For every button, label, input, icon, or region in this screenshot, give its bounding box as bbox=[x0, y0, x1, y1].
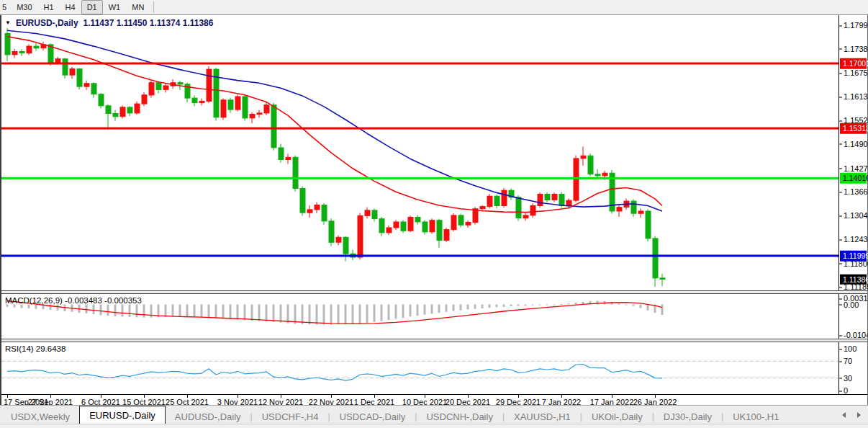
price-axis-tick: 1.14905 bbox=[844, 140, 868, 148]
rsi-panel[interactable]: RSI(14) 29.6438 10070300 bbox=[1, 342, 867, 394]
timeframe-buttons: 5M30H1H4D1W1MN bbox=[0, 0, 150, 14]
price-axis: 1.179951.173801.167501.161351.155201.149… bbox=[838, 15, 867, 290]
tab-separator: | bbox=[721, 411, 723, 422]
price-axis-tick: 1.13045 bbox=[844, 212, 868, 220]
status-bar bbox=[0, 424, 868, 428]
macd-axis: 0.0031650.00-0.01043 bbox=[838, 294, 867, 339]
chart-tab-bar: USDX,WeeklyEURUSD-,DailyAUDUSD-,Daily|US… bbox=[0, 405, 868, 424]
tab-separator: | bbox=[652, 411, 654, 422]
chart-tab-xauusd-h1[interactable]: XAUUSD-,H1 bbox=[505, 409, 580, 424]
price-level-badge: 1.11386 bbox=[840, 274, 867, 285]
chart-window: ▼ EURUSD-,Daily 1.11437 1.11450 1.11374 … bbox=[0, 15, 868, 405]
price-level-badge: 1.11999 bbox=[840, 251, 867, 262]
rsi-axis-tick: 70 bbox=[844, 357, 852, 365]
chart-tab-usdcad-daily[interactable]: USDCAD-,Daily bbox=[330, 409, 415, 424]
timeframe-button-d1[interactable]: D1 bbox=[81, 0, 103, 14]
timeframe-toolbar: 5M30H1H4D1W1MN bbox=[0, 0, 868, 15]
price-axis-tick: 1.14275 bbox=[844, 164, 868, 172]
macd-axis-tick: -0.01043 bbox=[844, 331, 868, 339]
rsi-axis-tick: 100 bbox=[844, 345, 856, 353]
price-axis-tick: 1.17995 bbox=[844, 22, 868, 30]
rsi-chart-canvas[interactable] bbox=[1, 342, 838, 394]
chart-tab-dj30-daily[interactable]: DJ30-,Daily bbox=[654, 409, 721, 424]
timeframe-button-h4[interactable]: H4 bbox=[60, 0, 81, 14]
tab-scroll-left-icon[interactable] bbox=[842, 412, 846, 418]
chart-tab-usdchf-h4[interactable]: USDCHF-,H4 bbox=[253, 409, 328, 424]
tab-scroll-arrows bbox=[842, 412, 861, 418]
candlestick-chart-canvas[interactable] bbox=[1, 15, 838, 290]
price-axis-tick: 1.13660 bbox=[844, 188, 868, 196]
chart-tab-usdcnh-daily[interactable]: USDCNH-,Daily bbox=[417, 409, 502, 424]
tab-separator: | bbox=[502, 411, 505, 422]
tab-separator: | bbox=[327, 411, 330, 422]
mt4-window: 5M30H1H4D1W1MN ▼ EURUSD-,Daily 1.11437 1… bbox=[0, 0, 868, 428]
chart-tabs: USDX,WeeklyEURUSD-,DailyAUDUSD-,Daily|US… bbox=[1, 406, 788, 424]
macd-axis-tick: 0.00 bbox=[844, 300, 859, 308]
timeframe-button-w1[interactable]: W1 bbox=[103, 0, 127, 14]
chart-tab-usdx-weekly[interactable]: USDX,Weekly bbox=[1, 409, 79, 424]
chart-tab-uk100-h1[interactable]: UK100-,H1 bbox=[723, 409, 788, 424]
chart-tab-audusd-daily[interactable]: AUDUSD-,Daily bbox=[166, 409, 250, 424]
rsi-axis: 10070300 bbox=[838, 342, 867, 394]
macd-panel[interactable]: MACD(12,26,9) -0.003483 -0.000353 0.0031… bbox=[1, 294, 867, 339]
rsi-axis-tick: 0 bbox=[844, 387, 848, 395]
price-axis-tick: 1.16135 bbox=[844, 93, 868, 101]
timeframe-button-m30[interactable]: M30 bbox=[11, 0, 37, 14]
price-level-badge: 1.17001 bbox=[840, 58, 867, 69]
macd-chart-canvas[interactable] bbox=[1, 294, 838, 339]
price-chart-panel[interactable]: ▼ EURUSD-,Daily 1.11437 1.11450 1.11374 … bbox=[1, 15, 867, 290]
chart-tab-eurusd-daily[interactable]: EURUSD-,Daily bbox=[79, 406, 166, 424]
rsi-axis-tick: 30 bbox=[844, 374, 852, 382]
price-axis-tick: 1.17380 bbox=[844, 45, 868, 53]
tab-separator: | bbox=[580, 411, 582, 422]
chart-tab-ukoil-daily[interactable]: UKOil-,Daily bbox=[582, 409, 652, 424]
tab-separator: | bbox=[250, 411, 253, 422]
price-level-badge: 1.15313 bbox=[840, 123, 867, 134]
price-axis-tick: 1.16750 bbox=[844, 69, 868, 77]
tab-scroll-right-icon[interactable] bbox=[857, 412, 861, 418]
timeframe-button-h1[interactable]: H1 bbox=[38, 0, 60, 14]
timeframe-button-mn[interactable]: MN bbox=[126, 0, 150, 14]
price-axis-tick: 1.12430 bbox=[844, 236, 868, 244]
tab-separator: | bbox=[415, 411, 417, 422]
price-level-badge: 1.14016 bbox=[840, 173, 867, 184]
toolbar-separator bbox=[153, 1, 154, 13]
timeframe-button-5[interactable]: 5 bbox=[0, 0, 11, 14]
